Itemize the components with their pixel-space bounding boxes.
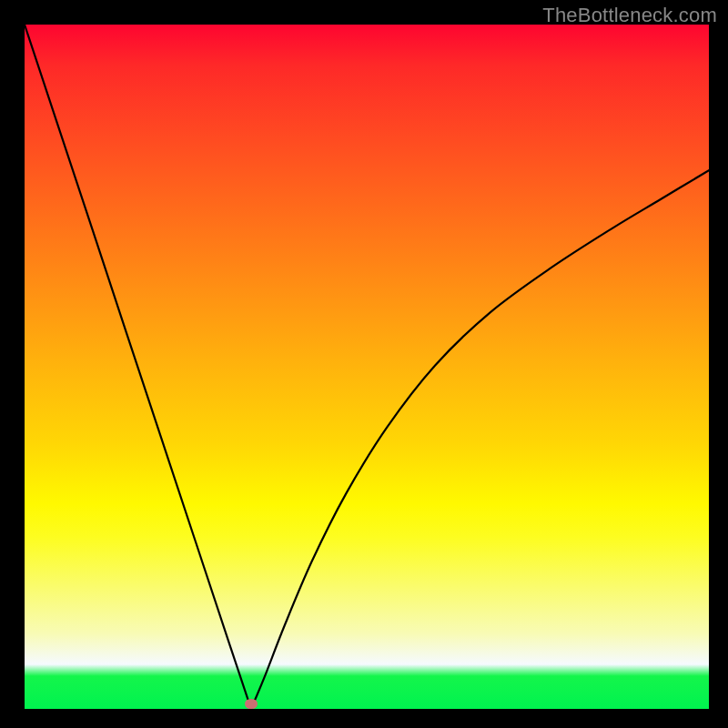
- watermark-text: TheBottleneck.com: [542, 4, 717, 27]
- min-marker: [245, 699, 258, 709]
- chart-curve: [25, 25, 709, 709]
- chart-frame: TheBottleneck.com: [0, 0, 728, 728]
